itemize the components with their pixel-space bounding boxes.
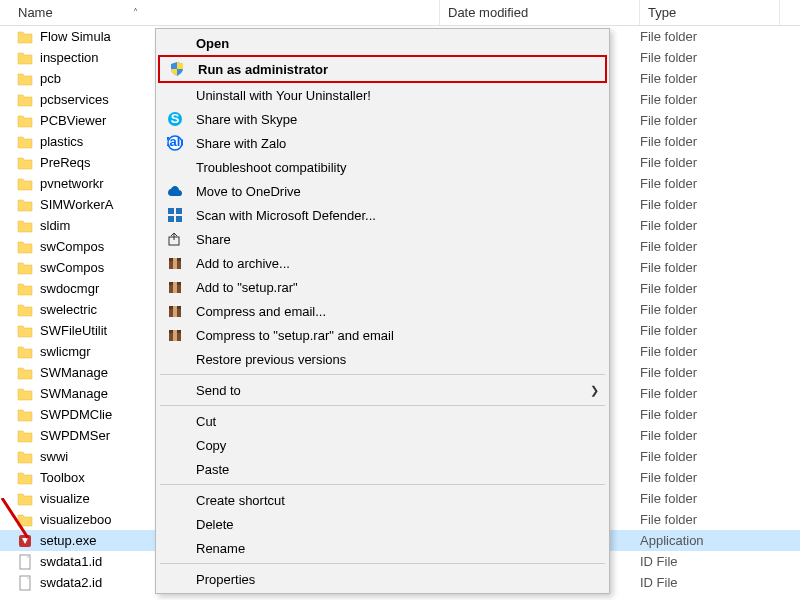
- file-type: File folder: [640, 365, 697, 380]
- exe-icon: [16, 532, 34, 550]
- menu-run-as-admin[interactable]: Run as administrator: [160, 57, 605, 81]
- menu-add-to-rar[interactable]: Add to "setup.rar": [158, 275, 607, 299]
- folder-icon: [16, 196, 34, 214]
- file-type: File folder: [640, 323, 697, 338]
- svg-text:S: S: [171, 111, 180, 126]
- menu-copy[interactable]: Copy: [158, 433, 607, 457]
- file-type: File folder: [640, 71, 697, 86]
- folder-icon: [16, 385, 34, 403]
- menu-defender[interactable]: Scan with Microsoft Defender...: [158, 203, 607, 227]
- shield-icon: [166, 59, 188, 79]
- menu-compress-rar-email[interactable]: Compress to "setup.rar" and email: [158, 323, 607, 347]
- folder-icon: [16, 364, 34, 382]
- menu-separator: [160, 484, 605, 485]
- svg-rect-7: [168, 208, 174, 214]
- file-type: File folder: [640, 491, 697, 506]
- file-type: File folder: [640, 470, 697, 485]
- menu-share-skype[interactable]: S Share with Skype: [158, 107, 607, 131]
- file-type: File folder: [640, 449, 697, 464]
- file-type: File folder: [640, 428, 697, 443]
- menu-separator: [160, 563, 605, 564]
- menu-share-zalo[interactable]: Zalo Share with Zalo: [158, 131, 607, 155]
- folder-icon: [16, 469, 34, 487]
- menu-restore-versions[interactable]: Restore previous versions: [158, 347, 607, 371]
- svg-rect-8: [176, 208, 182, 214]
- folder-icon: [16, 301, 34, 319]
- winrar-icon: [164, 253, 186, 273]
- folder-icon: [16, 91, 34, 109]
- file-type: File folder: [640, 176, 697, 191]
- file-type: File folder: [640, 281, 697, 296]
- column-date-header[interactable]: Date modified: [440, 0, 640, 25]
- folder-icon: [16, 322, 34, 340]
- folder-icon: [16, 280, 34, 298]
- column-type-header[interactable]: Type: [640, 0, 780, 25]
- menu-troubleshoot[interactable]: Troubleshoot compatibility: [158, 155, 607, 179]
- svg-rect-17: [173, 282, 177, 293]
- menu-add-archive[interactable]: Add to archive...: [158, 251, 607, 275]
- menu-compress-email[interactable]: Compress and email...: [158, 299, 607, 323]
- file-type: File folder: [640, 386, 697, 401]
- svg-rect-10: [176, 216, 182, 222]
- menu-delete[interactable]: Delete: [158, 512, 607, 536]
- onedrive-icon: [164, 181, 186, 201]
- folder-icon: [16, 133, 34, 151]
- file-type: File folder: [640, 155, 697, 170]
- folder-icon: [16, 112, 34, 130]
- file-icon: [16, 553, 34, 571]
- folder-icon: [16, 175, 34, 193]
- file-type: File folder: [640, 407, 697, 422]
- skype-icon: S: [164, 109, 186, 129]
- menu-separator: [160, 405, 605, 406]
- svg-rect-20: [173, 306, 177, 317]
- menu-create-shortcut[interactable]: Create shortcut: [158, 488, 607, 512]
- file-type: File folder: [640, 218, 697, 233]
- menu-share[interactable]: Share: [158, 227, 607, 251]
- folder-icon: [16, 70, 34, 88]
- winrar-icon: [164, 325, 186, 345]
- defender-icon: [164, 205, 186, 225]
- folder-icon: [16, 448, 34, 466]
- menu-properties[interactable]: Properties: [158, 567, 607, 591]
- folder-icon: [16, 217, 34, 235]
- menu-separator: [160, 374, 605, 375]
- file-type: File folder: [640, 239, 697, 254]
- folder-icon: [16, 259, 34, 277]
- file-type: File folder: [640, 344, 697, 359]
- svg-text:Zalo: Zalo: [167, 135, 183, 149]
- menu-uninstall[interactable]: Uninstall with Your Uninstaller!: [158, 83, 607, 107]
- file-type: File folder: [640, 302, 697, 317]
- svg-rect-23: [173, 330, 177, 341]
- folder-icon: [16, 427, 34, 445]
- folder-icon: [16, 28, 34, 46]
- file-type: File folder: [640, 512, 697, 527]
- folder-icon: [16, 49, 34, 67]
- file-type: File folder: [640, 134, 697, 149]
- chevron-right-icon: ❯: [590, 384, 599, 397]
- folder-icon: [16, 490, 34, 508]
- sort-indicator-icon: ˄: [133, 7, 138, 18]
- column-headers: Name ˄ Date modified Type: [0, 0, 800, 26]
- file-type: ID File: [640, 554, 678, 569]
- menu-open[interactable]: Open: [158, 31, 607, 55]
- folder-icon: [16, 343, 34, 361]
- share-icon: [164, 229, 186, 249]
- file-icon: [16, 574, 34, 592]
- file-type: File folder: [640, 50, 697, 65]
- context-menu: Open Run as administrator Uninstall with…: [155, 28, 610, 594]
- file-type: ID File: [640, 575, 678, 590]
- zalo-icon: Zalo: [164, 133, 186, 153]
- folder-icon: [16, 406, 34, 424]
- menu-cut[interactable]: Cut: [158, 409, 607, 433]
- svg-rect-9: [168, 216, 174, 222]
- folder-icon: [16, 154, 34, 172]
- file-type: File folder: [640, 29, 697, 44]
- menu-paste[interactable]: Paste: [158, 457, 607, 481]
- highlight-run-admin: Run as administrator: [158, 55, 607, 83]
- winrar-icon: [164, 301, 186, 321]
- column-name-header[interactable]: Name ˄: [0, 0, 440, 25]
- menu-onedrive[interactable]: Move to OneDrive: [158, 179, 607, 203]
- menu-send-to[interactable]: Send to ❯: [158, 378, 607, 402]
- menu-rename[interactable]: Rename: [158, 536, 607, 560]
- folder-icon: [16, 511, 34, 529]
